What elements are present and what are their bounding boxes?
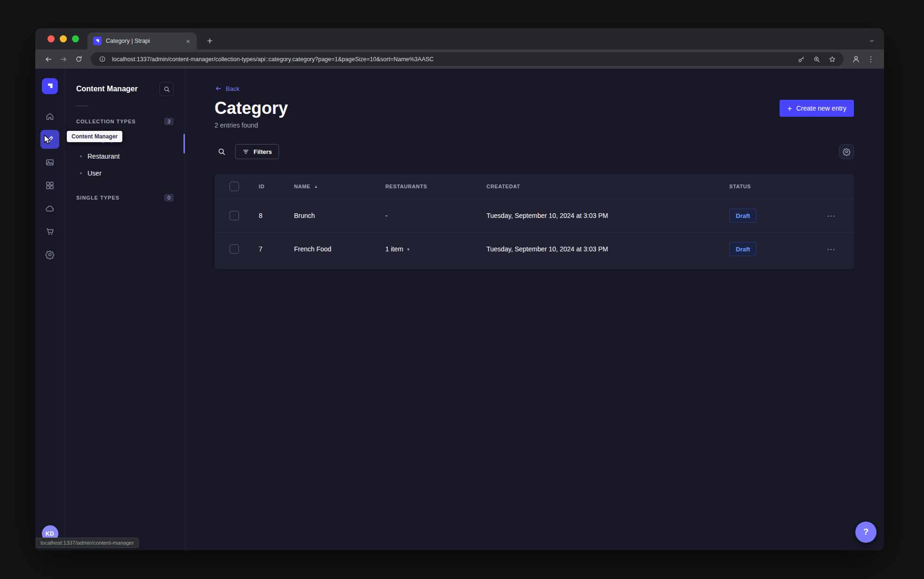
back-link[interactable]: Back: [215, 85, 239, 92]
settings-gear-nav-icon[interactable]: [40, 245, 59, 264]
subnav-search-button[interactable]: [159, 82, 174, 96]
bullet-icon: [80, 155, 82, 157]
password-key-icon[interactable]: [796, 54, 807, 65]
window-controls: [35, 28, 88, 49]
column-header-status[interactable]: STATUS: [729, 184, 809, 189]
bookmark-star-icon[interactable]: [827, 54, 838, 65]
tab-close-icon[interactable]: ×: [184, 37, 192, 46]
content-manager-tooltip: Content Manager: [67, 131, 122, 142]
row-checkbox[interactable]: [230, 244, 239, 254]
cell-name: Brunch: [294, 212, 385, 219]
url-bar[interactable]: localhost:1337/admin/content-manager/col…: [91, 52, 844, 66]
single-types-label: SINGLE TYPES: [76, 195, 119, 201]
browser-menu-kebab-icon[interactable]: ⋮: [864, 53, 877, 66]
create-button-label: Create new entry: [796, 105, 846, 112]
subnav-divider: [76, 105, 88, 106]
marketplace-cart-nav-icon[interactable]: [40, 222, 59, 241]
tab-list-chevron-icon[interactable]: [868, 37, 876, 45]
cell-restaurants: -: [385, 212, 486, 219]
create-new-entry-button[interactable]: + Create new entry: [780, 100, 854, 117]
search-icon: [217, 147, 226, 156]
restaurants-count-label: 1 item: [385, 245, 403, 253]
cell-name: French Food: [294, 245, 385, 253]
sort-asc-icon[interactable]: ▲: [314, 185, 319, 189]
entries-count-text: 2 entries found: [215, 121, 854, 129]
subnav-item-label: User: [88, 169, 102, 177]
filters-button-label: Filters: [254, 148, 272, 155]
browser-toolbar: localhost:1337/admin/content-manager/col…: [35, 49, 884, 69]
back-nav-icon[interactable]: [42, 53, 55, 66]
row-actions-button[interactable]: ⋯: [809, 210, 854, 221]
maximize-window-button[interactable]: [72, 35, 79, 42]
bullet-icon: [80, 172, 82, 174]
media-library-nav-icon[interactable]: [40, 153, 59, 172]
row-actions-button[interactable]: ⋯: [809, 244, 854, 255]
content-type-builder-nav-icon[interactable]: [40, 176, 59, 195]
subnav-item-label: Restaurant: [88, 153, 119, 160]
strapi-favicon-icon: [93, 37, 102, 45]
filter-icon: [242, 148, 249, 155]
plus-icon: +: [787, 105, 792, 113]
gear-icon: [843, 148, 851, 156]
cell-createdat: Tuesday, September 10, 2024 at 3:03 PM: [486, 245, 729, 253]
home-nav-icon[interactable]: [40, 107, 59, 126]
chevron-down-icon: ▾: [407, 247, 409, 252]
category-list-view: Back Category + Create new entry 2 entri…: [185, 69, 884, 550]
new-tab-button[interactable]: +: [203, 34, 216, 48]
help-button[interactable]: ?: [855, 522, 876, 543]
search-button[interactable]: [215, 145, 229, 159]
close-window-button[interactable]: [48, 35, 55, 42]
subnav-item-restaurant[interactable]: Restaurant: [76, 148, 174, 165]
single-types-count-badge: 0: [164, 194, 174, 201]
entries-table: ID NAME ▲ RESTAURANTS CREATEDAT STATUS 8…: [215, 174, 854, 269]
collection-types-label: COLLECTION TYPES: [76, 119, 136, 124]
cell-createdat: Tuesday, September 10, 2024 at 3:03 PM: [486, 212, 729, 219]
back-arrow-icon: [215, 85, 222, 92]
column-header-createdat[interactable]: CREATEDAT: [486, 184, 729, 189]
status-badge: Draft: [729, 242, 757, 256]
cloud-nav-icon[interactable]: [40, 199, 59, 218]
column-header-name[interactable]: NAME ▲: [294, 184, 385, 189]
reload-icon[interactable]: [72, 53, 85, 66]
cell-restaurants[interactable]: 1 item ▾: [385, 245, 486, 253]
collection-types-count-badge: 3: [164, 118, 174, 125]
browser-tab[interactable]: Category | Strapi ×: [88, 32, 197, 49]
table-row[interactable]: 8 Brunch - Tuesday, September 10, 2024 a…: [215, 199, 854, 232]
content-manager-nav-icon[interactable]: [40, 130, 59, 149]
table-row[interactable]: 7 French Food 1 item ▾ Tuesday, Septembe…: [215, 232, 854, 265]
subnav-item-user[interactable]: User: [76, 165, 174, 182]
strapi-logo-icon[interactable]: [42, 78, 58, 94]
filters-button[interactable]: Filters: [235, 144, 279, 159]
select-all-checkbox[interactable]: [230, 182, 239, 191]
table-header-row: ID NAME ▲ RESTAURANTS CREATEDAT STATUS: [215, 174, 854, 199]
profile-avatar-icon[interactable]: [849, 53, 862, 66]
cell-id: 8: [259, 212, 294, 219]
status-badge: Draft: [729, 209, 757, 223]
browser-window: Category | Strapi × + localhost:1337/adm…: [35, 28, 884, 550]
url-text[interactable]: localhost:1337/admin/content-manager/col…: [112, 56, 791, 63]
zoom-search-icon[interactable]: [811, 54, 822, 65]
column-header-id[interactable]: ID: [259, 184, 294, 189]
active-item-indicator: [183, 134, 185, 153]
column-header-restaurants[interactable]: RESTAURANTS: [385, 184, 486, 189]
cell-id: 7: [259, 245, 294, 253]
page-title: Category: [215, 98, 288, 118]
back-link-label: Back: [226, 85, 239, 92]
view-settings-button[interactable]: [839, 144, 854, 159]
minimize-window-button[interactable]: [60, 35, 67, 42]
subnav-title: Content Manager: [76, 85, 138, 93]
strapi-admin-app: KD Content Manager COLLECTION TYPES 3 Ca…: [35, 69, 884, 550]
browser-tab-bar: Category | Strapi × +: [35, 28, 884, 49]
link-status-bubble: localhost:1337/admin/content-manager: [36, 538, 139, 548]
row-checkbox[interactable]: [230, 211, 239, 220]
site-info-icon[interactable]: [96, 54, 108, 65]
main-nav-rail: KD: [35, 69, 65, 550]
tab-title: Category | Strapi: [106, 38, 180, 44]
forward-nav-icon[interactable]: [57, 53, 70, 66]
column-header-name-label: NAME: [294, 184, 311, 189]
